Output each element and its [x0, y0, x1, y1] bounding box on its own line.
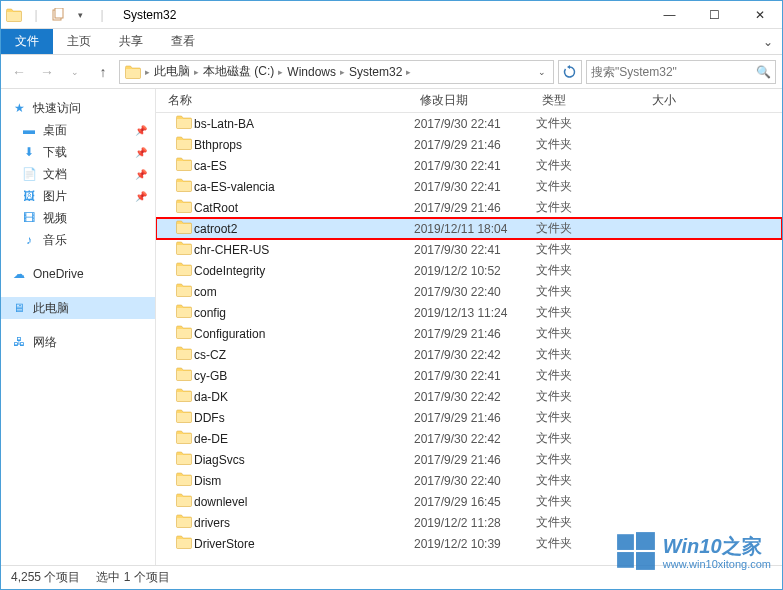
- crumb-drive[interactable]: 本地磁盘 (C:): [200, 63, 277, 80]
- file-type: 文件夹: [536, 535, 646, 552]
- file-row[interactable]: catroot22019/12/11 18:04文件夹: [156, 218, 782, 239]
- file-name: downlevel: [194, 495, 414, 509]
- file-name: bs-Latn-BA: [194, 117, 414, 131]
- chevron-right-icon[interactable]: ▸: [193, 67, 200, 77]
- file-row[interactable]: ca-ES2017/9/30 22:41文件夹: [156, 155, 782, 176]
- file-date: 2017/9/30 22:41: [414, 180, 536, 194]
- folder-icon: [176, 325, 194, 342]
- file-name: drivers: [194, 516, 414, 530]
- sidebar-onedrive[interactable]: ☁OneDrive: [1, 263, 155, 285]
- ribbon-toggle-icon[interactable]: ⌄: [754, 29, 782, 54]
- sidebar-downloads[interactable]: ⬇下载📌: [1, 141, 155, 163]
- crumb-windows[interactable]: Windows: [284, 65, 339, 79]
- chevron-right-icon[interactable]: ▸: [339, 67, 346, 77]
- close-button[interactable]: ✕: [737, 1, 782, 29]
- col-name[interactable]: 名称: [156, 92, 414, 109]
- file-type: 文件夹: [536, 451, 646, 468]
- folder-icon: [176, 535, 194, 552]
- file-row[interactable]: downlevel2017/9/29 16:45文件夹: [156, 491, 782, 512]
- sidebar-desktop[interactable]: ▬桌面📌: [1, 119, 155, 141]
- file-row[interactable]: cy-GB2017/9/30 22:41文件夹: [156, 365, 782, 386]
- sidebar-music[interactable]: ♪音乐: [1, 229, 155, 251]
- file-row[interactable]: CodeIntegrity2019/12/2 10:52文件夹: [156, 260, 782, 281]
- file-date: 2017/9/30 22:41: [414, 117, 536, 131]
- address-box[interactable]: ▸ 此电脑 ▸ 本地磁盘 (C:) ▸ Windows ▸ System32 ▸…: [119, 60, 554, 84]
- file-row[interactable]: DiagSvcs2017/9/29 21:46文件夹: [156, 449, 782, 470]
- file-name: com: [194, 285, 414, 299]
- folder-icon: [176, 304, 194, 321]
- file-row[interactable]: ca-ES-valencia2017/9/30 22:41文件夹: [156, 176, 782, 197]
- file-row[interactable]: da-DK2017/9/30 22:42文件夹: [156, 386, 782, 407]
- file-name: cy-GB: [194, 369, 414, 383]
- folder-icon: [176, 220, 194, 237]
- file-date: 2019/12/2 10:52: [414, 264, 536, 278]
- file-name: Bthprops: [194, 138, 414, 152]
- tab-file[interactable]: 文件: [1, 29, 53, 54]
- tab-share[interactable]: 共享: [105, 29, 157, 54]
- sidebar-quick-access[interactable]: ★快速访问: [1, 97, 155, 119]
- file-row[interactable]: Configuration2017/9/29 21:46文件夹: [156, 323, 782, 344]
- sidebar-network[interactable]: 🖧网络: [1, 331, 155, 353]
- app-icon: [5, 6, 23, 24]
- qat-properties-icon[interactable]: [49, 6, 67, 24]
- minimize-button[interactable]: —: [647, 1, 692, 29]
- search-box[interactable]: 🔍: [586, 60, 776, 84]
- crumb-system32[interactable]: System32: [346, 65, 405, 79]
- file-row[interactable]: Dism2017/9/30 22:40文件夹: [156, 470, 782, 491]
- file-row[interactable]: CatRoot2017/9/29 21:46文件夹: [156, 197, 782, 218]
- file-type: 文件夹: [536, 367, 646, 384]
- file-row[interactable]: Bthprops2017/9/29 21:46文件夹: [156, 134, 782, 155]
- folder-icon: [176, 157, 194, 174]
- crumb-thispc[interactable]: 此电脑: [151, 63, 193, 80]
- chevron-right-icon[interactable]: ▸: [144, 67, 151, 77]
- file-row[interactable]: cs-CZ2017/9/30 22:42文件夹: [156, 344, 782, 365]
- col-size[interactable]: 大小: [646, 92, 782, 109]
- maximize-button[interactable]: ☐: [692, 1, 737, 29]
- sidebar-documents[interactable]: 📄文档📌: [1, 163, 155, 185]
- file-row[interactable]: DriverStore2019/12/2 10:39文件夹: [156, 533, 782, 554]
- file-row[interactable]: chr-CHER-US2017/9/30 22:41文件夹: [156, 239, 782, 260]
- chevron-right-icon[interactable]: ▸: [277, 67, 284, 77]
- file-row[interactable]: DDFs2017/9/29 21:46文件夹: [156, 407, 782, 428]
- search-input[interactable]: [591, 65, 756, 79]
- file-date: 2017/9/30 22:42: [414, 432, 536, 446]
- nav-back-button[interactable]: ←: [7, 60, 31, 84]
- file-row[interactable]: config2019/12/13 11:24文件夹: [156, 302, 782, 323]
- nav-forward-button[interactable]: →: [35, 60, 59, 84]
- file-date: 2017/9/29 21:46: [414, 411, 536, 425]
- file-row[interactable]: bs-Latn-BA2017/9/30 22:41文件夹: [156, 113, 782, 134]
- tab-home[interactable]: 主页: [53, 29, 105, 54]
- col-date[interactable]: 修改日期: [414, 92, 536, 109]
- pin-icon: 📌: [135, 169, 147, 180]
- file-date: 2017/9/29 21:46: [414, 327, 536, 341]
- address-dropdown-icon[interactable]: ⌄: [533, 67, 551, 77]
- sidebar-videos[interactable]: 🎞视频: [1, 207, 155, 229]
- documents-icon: 📄: [21, 166, 37, 182]
- file-type: 文件夹: [536, 199, 646, 216]
- file-row[interactable]: com2017/9/30 22:40文件夹: [156, 281, 782, 302]
- tab-view[interactable]: 查看: [157, 29, 209, 54]
- file-name: config: [194, 306, 414, 320]
- file-type: 文件夹: [536, 136, 646, 153]
- folder-icon: [176, 199, 194, 216]
- file-date: 2017/9/30 22:42: [414, 390, 536, 404]
- sidebar-pictures[interactable]: 🖼图片📌: [1, 185, 155, 207]
- file-date: 2017/9/30 22:41: [414, 369, 536, 383]
- file-type: 文件夹: [536, 157, 646, 174]
- chevron-right-icon[interactable]: ▸: [405, 67, 412, 77]
- nav-up-button[interactable]: ↑: [91, 60, 115, 84]
- file-row[interactable]: de-DE2017/9/30 22:42文件夹: [156, 428, 782, 449]
- folder-icon: [176, 241, 194, 258]
- sidebar-thispc[interactable]: 🖥此电脑: [1, 297, 155, 319]
- qat-dropdown-icon[interactable]: ▾: [71, 6, 89, 24]
- svg-rect-1: [55, 8, 63, 18]
- file-date: 2017/9/30 22:40: [414, 474, 536, 488]
- folder-icon: [176, 136, 194, 153]
- file-row[interactable]: drivers2019/12/2 11:28文件夹: [156, 512, 782, 533]
- col-type[interactable]: 类型: [536, 92, 646, 109]
- file-name: cs-CZ: [194, 348, 414, 362]
- file-date: 2017/9/29 21:46: [414, 138, 536, 152]
- file-list[interactable]: bs-Latn-BA2017/9/30 22:41文件夹Bthprops2017…: [156, 113, 782, 565]
- refresh-button[interactable]: [558, 60, 582, 84]
- nav-recent-dropdown[interactable]: ⌄: [63, 60, 87, 84]
